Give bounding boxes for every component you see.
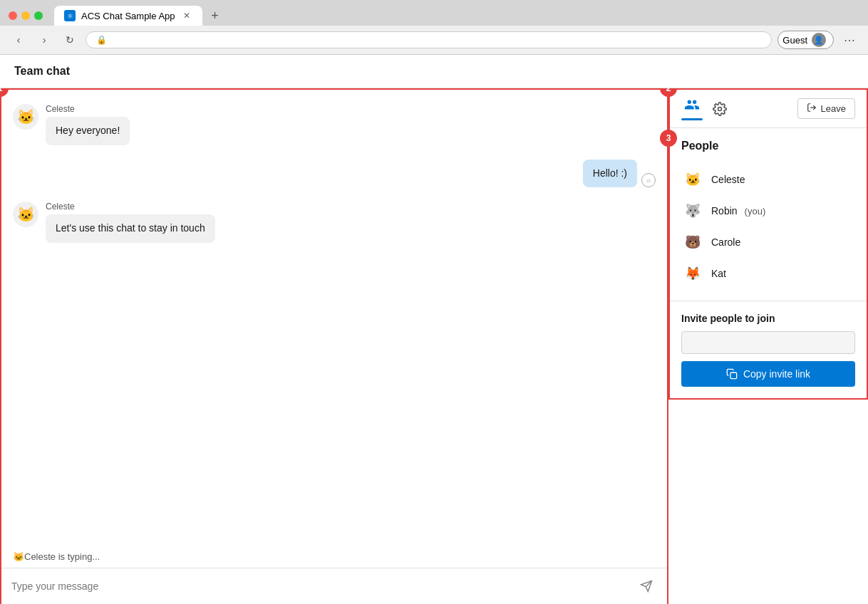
leave-icon <box>807 103 817 115</box>
people-section: People 🐱 Celeste 🐺 Robin (you) 🐻 <box>670 128 867 301</box>
app-container: Team chat 1 🐱 Celeste Hey everyone! Hell… <box>0 55 868 604</box>
svg-rect-4 <box>730 373 737 379</box>
person-avatar-robin: 🐺 <box>681 199 704 222</box>
people-tab[interactable] <box>681 97 703 120</box>
address-bar[interactable]: 🔒 <box>86 31 772 48</box>
panel-toolbar: Leave <box>670 90 867 128</box>
browser-chrome: ⚛ ACS Chat Sample App ✕ + ‹ › ↻ 🔒 Guest … <box>0 0 868 55</box>
guest-label: Guest <box>782 35 807 46</box>
person-name-celeste: Celeste <box>711 174 745 185</box>
message-bubble: Hey everyone! <box>46 117 130 145</box>
message-content-2: Celeste Let's use this chat to stay in t… <box>46 202 215 243</box>
person-avatar-carole: 🐻 <box>681 231 704 254</box>
settings-button[interactable] <box>708 98 731 120</box>
send-button[interactable] <box>636 576 657 597</box>
tab-close-button[interactable]: ✕ <box>181 10 192 21</box>
browser-tabs: ⚛ ACS Chat Sample App ✕ + <box>54 6 225 26</box>
avatar-2: 🐱 <box>13 202 38 227</box>
person-avatar-kat: 🦊 <box>681 262 704 285</box>
message-input[interactable] <box>11 580 629 592</box>
copy-link-button[interactable]: Copy invite link <box>681 361 855 387</box>
person-avatar-celeste: 🐱 <box>681 168 704 191</box>
guest-avatar: 👤 <box>812 33 826 47</box>
person-name-carole: Carole <box>711 236 740 248</box>
tab-underline <box>681 118 703 120</box>
tab-title: ACS Chat Sample App <box>81 11 175 21</box>
right-panel: 2 3 <box>668 88 868 400</box>
person-row-celeste: 🐱 Celeste <box>681 164 855 195</box>
minimize-button[interactable] <box>21 11 30 20</box>
maximize-button[interactable] <box>34 11 43 20</box>
person-row-kat: 🦊 Kat <box>681 258 855 289</box>
guest-button[interactable]: Guest 👤 <box>777 31 834 49</box>
browser-menu-button[interactable]: ⋯ <box>839 30 859 50</box>
back-button[interactable]: ‹ <box>9 30 29 50</box>
badge-3: 3 <box>660 130 677 147</box>
message-content: Celeste Hey everyone! <box>46 104 130 145</box>
own-message-wrapper: Hello! :) ○ <box>583 160 656 188</box>
app-body: 1 🐱 Celeste Hey everyone! Hello! :) ○ <box>0 88 868 604</box>
leave-button[interactable]: Leave <box>797 98 855 119</box>
people-title: People <box>681 140 855 152</box>
copy-link-label: Copy invite link <box>743 368 810 380</box>
messages-container: 🐱 Celeste Hey everyone! Hello! :) ○ 🐱 <box>1 90 667 546</box>
message-sender-2: Celeste <box>46 202 215 212</box>
lock-icon: 🔒 <box>96 35 107 45</box>
message-status-icon: ○ <box>641 173 656 187</box>
invite-section: Invite people to join Copy invite link <box>670 301 867 398</box>
people-tab-icon <box>684 97 700 116</box>
chat-area: 1 🐱 Celeste Hey everyone! Hello! :) ○ <box>0 88 668 604</box>
message-input-area <box>1 568 667 604</box>
message-sender: Celeste <box>46 104 130 114</box>
browser-toolbar: ‹ › ↻ 🔒 Guest 👤 ⋯ <box>0 26 868 55</box>
avatar: 🐱 <box>13 104 38 130</box>
message-row-own: Hello! :) ○ <box>13 160 656 188</box>
message-bubble-2: Let's use this chat to stay in touch <box>46 214 215 243</box>
reload-button[interactable]: ↻ <box>60 30 80 50</box>
person-row-carole: 🐻 Carole <box>681 226 855 258</box>
page-title: Team chat <box>14 65 70 77</box>
app-header: Team chat <box>0 55 868 88</box>
message-row-2: 🐱 Celeste Let's use this chat to stay in… <box>13 202 656 243</box>
leave-label: Leave <box>821 103 846 114</box>
new-tab-button[interactable]: + <box>205 6 225 26</box>
message-row: 🐱 Celeste Hey everyone! <box>13 104 656 145</box>
invite-title: Invite people to join <box>681 313 855 324</box>
typing-text: 🐱Celeste is typing... <box>13 551 100 562</box>
browser-titlebar: ⚛ ACS Chat Sample App ✕ + <box>0 0 868 26</box>
message-bubble-own: Hello! :) <box>583 160 637 188</box>
person-row-robin: 🐺 Robin (you) <box>681 195 855 226</box>
svg-point-2 <box>718 107 722 110</box>
tab-favicon: ⚛ <box>64 10 76 21</box>
you-badge: (you) <box>745 206 766 217</box>
typing-indicator: 🐱Celeste is typing... <box>1 546 667 568</box>
person-name-kat: Kat <box>711 268 726 279</box>
close-button[interactable] <box>9 11 17 20</box>
active-tab[interactable]: ⚛ ACS Chat Sample App ✕ <box>54 6 202 26</box>
traffic-lights <box>9 11 43 20</box>
person-name-robin: Robin <box>711 205 738 217</box>
invite-input[interactable] <box>681 331 855 354</box>
forward-button[interactable]: › <box>34 30 54 50</box>
